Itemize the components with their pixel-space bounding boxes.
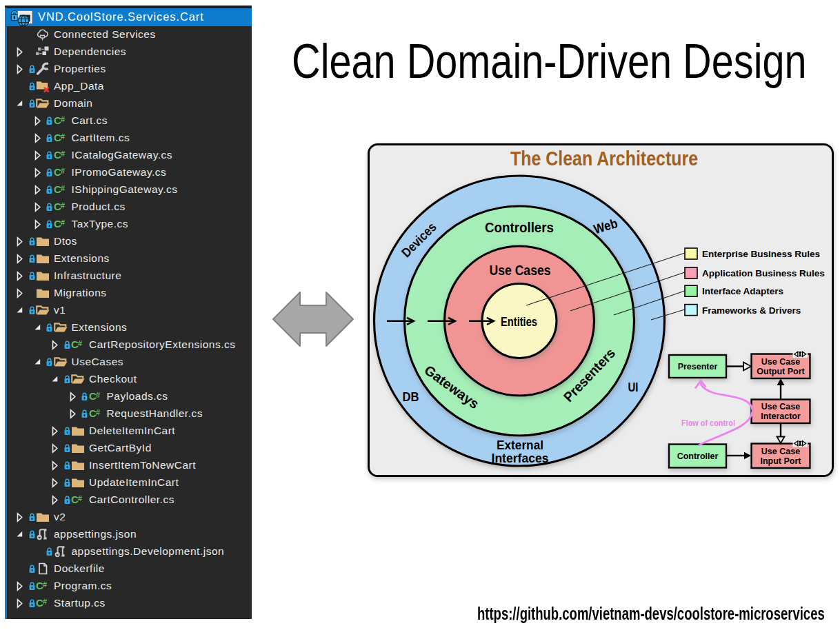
svg-text:Interface Adapters: Interface Adapters xyxy=(702,286,783,296)
svg-text:Application Business Rules: Application Business Rules xyxy=(702,268,825,278)
svg-text:UI: UI xyxy=(628,380,639,394)
svg-text:Use Case: Use Case xyxy=(761,402,800,411)
svg-text:Interfaces: Interfaces xyxy=(492,451,549,465)
svg-text:Use Case: Use Case xyxy=(761,447,800,456)
svg-text:Use Cases: Use Cases xyxy=(490,263,551,278)
svg-text:Flow of control: Flow of control xyxy=(681,418,735,428)
svg-text:The Clean Architecture: The Clean Architecture xyxy=(510,148,698,170)
svg-text:Input Port: Input Port xyxy=(760,456,801,466)
svg-text:Controller: Controller xyxy=(677,451,719,461)
svg-text:Controllers: Controllers xyxy=(485,220,554,235)
svg-text:Interactor: Interactor xyxy=(761,411,801,421)
svg-text:Enterprise Business Rules: Enterprise Business Rules xyxy=(702,249,820,259)
svg-text:DB: DB xyxy=(403,389,419,404)
svg-text:Output Port: Output Port xyxy=(757,367,805,376)
svg-text:Frameworks & Drivers: Frameworks & Drivers xyxy=(702,305,801,316)
svg-text:Entities: Entities xyxy=(501,315,537,329)
svg-text:Use Case: Use Case xyxy=(761,357,800,367)
svg-text:External: External xyxy=(497,438,543,452)
svg-text:Presenter: Presenter xyxy=(678,362,718,372)
